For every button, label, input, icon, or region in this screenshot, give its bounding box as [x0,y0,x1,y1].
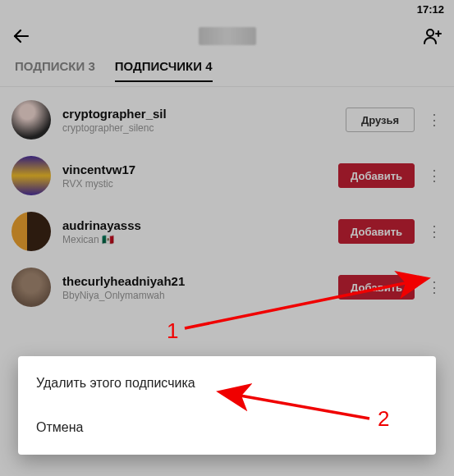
cancel-button[interactable]: Отмена [18,405,436,450]
action-sheet: Удалить этого подписчика Отмена [18,356,436,455]
remove-follower-button[interactable]: Удалить этого подписчика [18,361,436,405]
